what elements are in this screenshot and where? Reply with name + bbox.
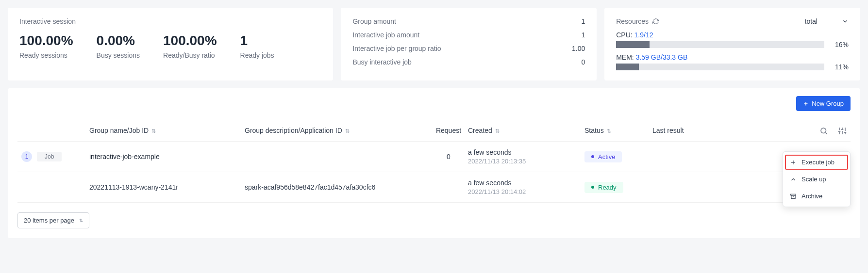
- jobs-table-card: New Group Group name/Job ID⇅ Group descr…: [8, 88, 860, 238]
- button-label: New Group: [812, 100, 844, 107]
- row-index-badge: 1: [21, 151, 32, 162]
- kv-val: 1: [581, 31, 585, 39]
- row-name: interactive-job-example: [89, 153, 245, 161]
- updown-icon: ⇅: [79, 218, 83, 223]
- row-desc: spark-acaf956d58e8427fac1d457afa30cfc6: [245, 183, 429, 191]
- settings-sliders-icon[interactable]: [838, 127, 847, 135]
- archive-icon: [790, 193, 797, 200]
- plus-icon: [790, 159, 797, 166]
- status-dot-icon: [591, 155, 594, 158]
- mem-bar: [616, 64, 824, 70]
- menu-label: Scale up: [801, 176, 826, 183]
- scope-value: total: [805, 17, 818, 25]
- col-header-request: Request: [429, 127, 468, 135]
- table-row[interactable]: 1 Job interactive-job-example 0 a few se…: [17, 142, 851, 172]
- col-header-desc[interactable]: Group description/Application ID⇅: [245, 127, 429, 135]
- row-actions-dropdown: Execute job Scale up Archive: [783, 151, 851, 207]
- execute-job-menu-item[interactable]: Execute job: [785, 155, 848, 170]
- menu-label: Archive: [801, 193, 822, 200]
- group-amount-card: Group amount 1 Interactive job amount 1 …: [341, 8, 597, 80]
- row-created-rel: a few seconds: [468, 148, 584, 156]
- refresh-icon[interactable]: [652, 18, 659, 25]
- cpu-value-link[interactable]: 1.9/12: [634, 31, 653, 39]
- kv-row: Busy interactive job 0: [352, 58, 585, 66]
- resources-title: Resources: [616, 17, 649, 25]
- archive-menu-item[interactable]: Archive: [783, 188, 850, 205]
- sort-icon: ⇅: [151, 128, 156, 134]
- stat-ready-jobs: 1 Ready jobs: [240, 33, 274, 59]
- row-request: 0: [429, 153, 468, 161]
- kv-key: Interactive job per group ratio: [352, 45, 441, 52]
- svg-point-2: [821, 128, 826, 133]
- status-badge: Ready: [584, 182, 623, 193]
- stat-label: Ready sessions: [19, 51, 73, 59]
- stat-busy-sessions: 0.00% Busy sessions: [97, 33, 140, 59]
- cpu-label: CPU: 1.9/12: [616, 31, 849, 39]
- cpu-percent: 16%: [830, 41, 849, 48]
- col-header-status[interactable]: Status⇅: [584, 127, 652, 135]
- table-header: Group name/Job ID⇅ Group description/App…: [17, 121, 851, 142]
- card-title: Interactive session: [19, 17, 321, 25]
- svg-line-3: [825, 132, 827, 134]
- mem-value-link[interactable]: 3.59 GB/33.3 GB: [636, 53, 688, 61]
- resources-card: Resources total CPU: 1.9/12 16%: [604, 8, 860, 80]
- stat-label: Busy sessions: [97, 51, 140, 59]
- stat-ready-busy-ratio: 100.00% Ready/Busy ratio: [163, 33, 217, 59]
- col-header-result: Last result: [652, 127, 779, 135]
- row-created-abs: 2022/11/13 20:13:35: [468, 158, 584, 165]
- cpu-bar: [616, 41, 824, 48]
- stat-label: Ready jobs: [240, 51, 274, 59]
- interactive-session-card: Interactive session 100.00% Ready sessio…: [8, 8, 333, 80]
- stat-label: Ready/Busy ratio: [163, 51, 217, 59]
- table-row[interactable]: 20221113-1913-wcany-2141r spark-acaf956d…: [17, 172, 851, 203]
- chevron-up-icon: [790, 176, 797, 183]
- sort-icon: ⇅: [345, 128, 350, 134]
- svg-rect-22: [791, 195, 795, 198]
- search-icon[interactable]: [819, 127, 828, 135]
- status-badge: Active: [584, 151, 622, 162]
- chevron-down-icon: [842, 18, 849, 25]
- col-header-name[interactable]: Group name/Job ID⇅: [89, 127, 245, 135]
- pager-label: 20 items per page: [24, 217, 74, 224]
- plus-icon: [803, 101, 809, 107]
- stat-value: 1: [240, 33, 274, 48]
- kv-row: Group amount 1: [352, 17, 585, 25]
- kv-key: Interactive job amount: [352, 31, 419, 39]
- kv-val: 1: [581, 17, 585, 25]
- menu-label: Execute job: [801, 159, 835, 166]
- mem-bar-fill: [616, 64, 639, 70]
- resources-scope-select[interactable]: total: [805, 17, 849, 25]
- row-created-rel: a few seconds: [468, 179, 584, 187]
- stat-value: 100.00%: [19, 33, 73, 48]
- status-dot-icon: [591, 186, 594, 189]
- stat-value: 0.00%: [97, 33, 140, 48]
- mem-label: MEM: 3.59 GB/33.3 GB: [616, 53, 849, 61]
- cpu-bar-fill: [616, 41, 650, 48]
- scale-up-menu-item[interactable]: Scale up: [783, 171, 850, 188]
- items-per-page-select[interactable]: 20 items per page ⇅: [17, 212, 89, 228]
- kv-key: Group amount: [352, 17, 396, 25]
- kv-val: 1.00: [572, 45, 585, 52]
- row-type-badge: Job: [37, 152, 62, 161]
- mem-percent: 11%: [830, 63, 849, 71]
- kv-row: Interactive job amount 1: [352, 31, 585, 39]
- stat-value: 100.00%: [163, 33, 217, 48]
- stat-ready-sessions: 100.00% Ready sessions: [19, 33, 73, 59]
- row-name: 20221113-1913-wcany-2141r: [89, 183, 245, 191]
- sort-icon: ⇅: [607, 128, 611, 134]
- kv-val: 0: [581, 58, 585, 66]
- sort-icon: ⇅: [495, 128, 500, 134]
- col-header-created[interactable]: Created⇅: [468, 127, 584, 135]
- new-group-button[interactable]: New Group: [796, 96, 851, 111]
- kv-key: Busy interactive job: [352, 58, 411, 66]
- kv-row: Interactive job per group ratio 1.00: [352, 45, 585, 52]
- row-created-abs: 2022/11/13 20:14:02: [468, 188, 584, 195]
